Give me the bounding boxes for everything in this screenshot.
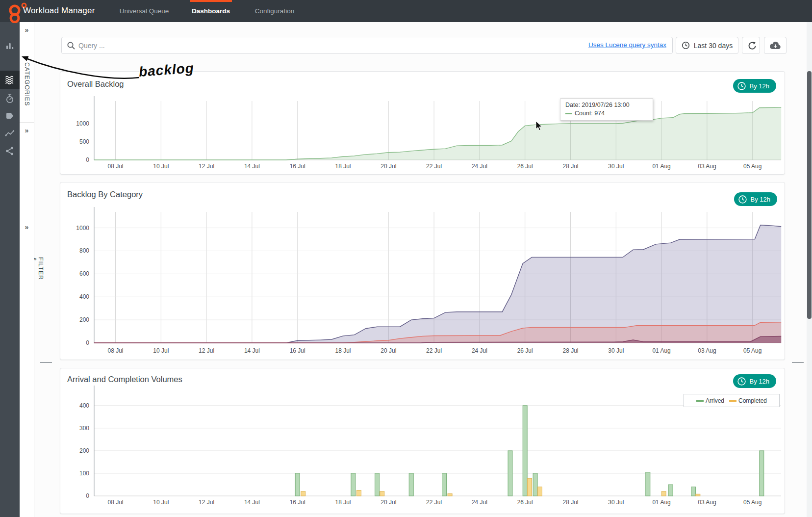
refresh-button[interactable] [742, 37, 760, 54]
x-tick-label: 01 Aug [652, 347, 670, 354]
bucket-badge-volumes[interactable]: By 12h [733, 374, 776, 388]
tab-universal-queue[interactable]: Universal Queue [119, 0, 170, 22]
expand-filter-view-chevron[interactable]: » [20, 123, 34, 134]
panel-extra: » [20, 219, 34, 517]
arrival-completion-title: Arrival and Completion Volumes [67, 375, 182, 384]
x-tick-label: 20 Jul [381, 163, 396, 170]
x-tick-label: 16 Jul [290, 163, 305, 170]
x-tick-label: 24 Jul [472, 347, 487, 354]
x-tick-label: 10 Jul [153, 347, 169, 354]
x-tick-label: 01 Aug [652, 163, 670, 170]
bucket-badge-overall[interactable]: By 12h [733, 79, 776, 93]
export-button[interactable] [764, 37, 787, 54]
x-tick-label: 08 Jul [107, 347, 123, 354]
expand-extra-chevron[interactable]: » [20, 219, 34, 231]
tag-icon[interactable] [0, 106, 20, 125]
x-tick-label: 28 Jul [562, 163, 578, 170]
x-tick-label: 12 Jul [199, 163, 214, 170]
chart-tooltip: Date: 2019/07/26 13:00 Count: 974 [560, 98, 653, 121]
x-tick-label: 28 Jul [562, 499, 578, 506]
y-tick-label: 1000 [76, 225, 89, 232]
mouse-cursor [535, 121, 543, 131]
x-tick-label: 16 Jul [290, 499, 305, 506]
x-tick-label: 03 Aug [698, 163, 716, 170]
x-tick-label: 28 Jul [562, 347, 578, 354]
bucket-badge-label: By 12h [750, 82, 769, 90]
time-range-button[interactable]: Last 30 days [676, 37, 738, 54]
vertical-scrollbar[interactable] [807, 22, 812, 517]
x-tick-label: 12 Jul [199, 499, 214, 506]
left-icon-rail: › [0, 22, 20, 517]
y-tick-label: 500 [79, 138, 89, 145]
backlog-annotation-arrow [11, 49, 158, 83]
y-tick-label: 300 [79, 425, 89, 432]
refresh-icon [746, 41, 756, 51]
x-tick-label: 05 Aug [743, 499, 761, 506]
cloud-download-icon [769, 41, 782, 51]
stopwatch-icon[interactable] [0, 89, 20, 108]
y-tick-label: 0 [86, 156, 89, 163]
backlog-by-category-title: Backlog By Category [67, 190, 143, 199]
y-tick-label: 800 [79, 247, 89, 254]
legend-completed: Completed [729, 397, 767, 404]
x-tick-label: 26 Jul [517, 163, 533, 170]
tooltip-count: Count: 974 [565, 109, 648, 118]
x-tick-label: 24 Jul [472, 499, 487, 506]
x-tick-label: 03 Aug [698, 347, 716, 354]
bucket-badge-label: By 12h [750, 378, 769, 385]
arrival-completion-plot[interactable]: 010020030040008 Jul10 Jul12 Jul14 Jul16 … [60, 368, 786, 515]
section-divider-right [792, 362, 804, 363]
collapsed-panels-rail: » CATEGORIES » FILTER & VIEW » [20, 22, 34, 517]
x-tick-label: 20 Jul [381, 499, 396, 506]
clock-icon [682, 41, 690, 50]
y-tick-label: 100 [79, 470, 89, 477]
x-tick-label: 30 Jul [608, 163, 624, 170]
overall-backlog-plot[interactable]: 0500100008 Jul10 Jul12 Jul14 Jul16 Jul18… [60, 72, 786, 175]
x-tick-label: 30 Jul [608, 499, 624, 506]
trend-line-icon[interactable] [0, 124, 20, 143]
backlog-by-category-plot[interactable]: 0200400600800100008 Jul10 Jul12 Jul14 Ju… [60, 182, 786, 361]
x-tick-label: 10 Jul [153, 499, 169, 506]
overall-backlog-card: Overall Backlog By 12h 0500100008 Jul10 … [60, 71, 785, 175]
bucket-badge-label: By 12h [751, 196, 770, 203]
tooltip-date: Date: 2019/07/26 13:00 [565, 101, 648, 109]
x-tick-label: 30 Jul [608, 347, 624, 354]
x-tick-label: 22 Jul [426, 499, 442, 506]
x-tick-label: 22 Jul [426, 163, 442, 170]
x-tick-label: 14 Jul [244, 163, 260, 170]
share-icon[interactable] [0, 142, 20, 160]
top-navbar: Workload Manager Universal Queue Dashboa… [0, 0, 812, 22]
x-tick-label: 08 Jul [107, 499, 123, 506]
y-tick-label: 1000 [76, 120, 89, 127]
x-tick-label: 14 Jul [244, 499, 260, 506]
expand-categories-chevron[interactable]: » [20, 22, 34, 34]
x-tick-label: 26 Jul [517, 347, 533, 354]
app-title: Workload Manager [23, 6, 95, 16]
x-tick-label: 18 Jul [335, 163, 351, 170]
x-tick-label: 18 Jul [335, 347, 351, 354]
badge-clock-icon [737, 81, 746, 91]
x-tick-label: 18 Jul [335, 499, 351, 506]
y-tick-label: 400 [79, 293, 89, 300]
arrival-completion-card: Arrival and Completion Volumes By 12h Ar… [60, 368, 785, 514]
tab-dashboards[interactable]: Dashboards [190, 0, 232, 22]
time-range-label: Last 30 days [694, 42, 733, 50]
lucene-syntax-link[interactable]: Uses Lucene query syntax [588, 41, 666, 49]
rail-expand-chevron[interactable]: › [0, 513, 20, 517]
tab-configuration[interactable]: Configuration [253, 0, 296, 22]
x-tick-label: 01 Aug [652, 499, 670, 506]
x-tick-label: 20 Jul [381, 347, 396, 354]
x-tick-label: 10 Jul [153, 163, 169, 170]
section-divider-left [40, 362, 52, 363]
completed-dash-icon [729, 400, 736, 402]
x-tick-label: 22 Jul [426, 347, 442, 354]
x-tick-label: 14 Jul [244, 347, 260, 354]
series-dash-icon [565, 113, 572, 114]
x-tick-label: 16 Jul [290, 347, 305, 354]
panel-filter-view: » FILTER & VIEW [20, 123, 34, 219]
y-tick-label: 200 [79, 316, 89, 323]
scrollbar-thumb[interactable] [807, 71, 812, 319]
y-tick-label: 200 [79, 447, 89, 454]
bucket-badge-category[interactable]: By 12h [734, 192, 777, 206]
x-tick-label: 08 Jul [107, 163, 123, 170]
